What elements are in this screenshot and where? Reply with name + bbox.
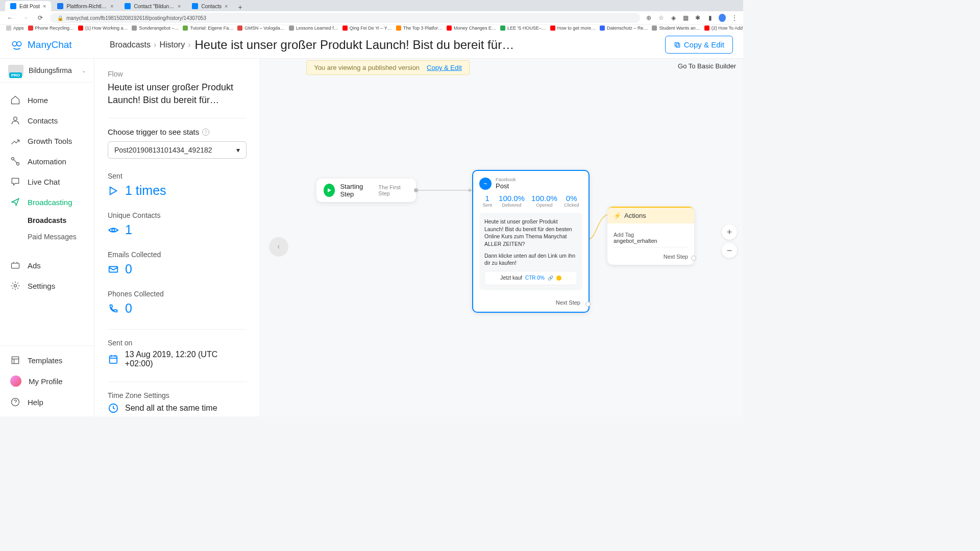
browser-tab[interactable]: Plattform-Richtlinien – Übersi… × xyxy=(52,1,118,11)
button-label: Jetzt kauf xyxy=(500,274,522,282)
button-label: Copy & Edit xyxy=(684,40,724,49)
bookmark-item[interactable]: Student Wants an… xyxy=(652,26,700,31)
bookmark-item[interactable]: Phone Recycling… xyxy=(28,26,75,31)
nav-help[interactable]: Help xyxy=(0,392,94,412)
star-icon[interactable]: ☆ xyxy=(657,14,665,21)
nav-growth-tools[interactable]: Growth Tools xyxy=(0,131,94,151)
translate-icon[interactable]: ⊕ xyxy=(645,14,652,21)
gear-icon xyxy=(10,281,20,291)
ext-icon[interactable]: ▮ xyxy=(706,14,714,21)
breadcrumb-item[interactable]: History xyxy=(159,40,185,49)
stat-opened: 100.0%Opened xyxy=(531,194,557,208)
nav-automation[interactable]: Automation xyxy=(0,151,94,171)
output-port[interactable] xyxy=(414,188,418,192)
bookmark-item[interactable]: Qing Fei De Yi – Y… xyxy=(342,26,392,31)
stat-label: Emails Collected xyxy=(108,251,247,259)
nav-label: Settings xyxy=(28,282,55,290)
nav-broadcasting[interactable]: Broadcasting xyxy=(0,192,94,212)
bookmark-item[interactable]: (2) How To Add A… xyxy=(704,26,743,31)
bookmark-item[interactable]: GMSN – Vologda… xyxy=(237,26,285,31)
node-title: Post xyxy=(496,182,516,190)
logo[interactable]: ManyChat xyxy=(10,38,92,52)
bookmark-item[interactable]: LEE 'S HOUSE–… xyxy=(500,26,546,31)
copy-edit-button[interactable]: Copy & Edit xyxy=(665,36,733,54)
ext-icon[interactable]: ◈ xyxy=(670,14,677,21)
published-banner: You are viewing a published version Copy… xyxy=(306,60,470,75)
bookmark-item[interactable]: Lessons Learned f… xyxy=(289,26,338,31)
stat-label: Phones Collected xyxy=(108,290,247,298)
forward-icon[interactable]: → xyxy=(20,14,31,21)
trigger-label: Choose trigger to see stats ? xyxy=(108,128,247,136)
post-node[interactable]: ~ Facebook Post 1Sent 100.0%Delivered 10… xyxy=(472,170,590,313)
back-icon[interactable]: ← xyxy=(5,14,15,21)
flow-canvas[interactable]: ‹ + − Starting Step The First Step ~ xyxy=(260,59,743,416)
starting-step-node[interactable]: Starting Step The First Step xyxy=(316,179,416,202)
stat-timezone: Time Zone Settings Send all at the same … xyxy=(108,391,247,414)
help-icon[interactable]: ? xyxy=(202,129,209,136)
actions-node[interactable]: ⚡ Actions Add Tag angebot_erhalten Next … xyxy=(607,207,694,265)
node-header: ~ Facebook Post xyxy=(479,177,582,190)
ext-icon[interactable]: ▦ xyxy=(682,14,689,21)
breadcrumb-item[interactable]: Broadcasts xyxy=(110,40,151,49)
manychat-logo-icon xyxy=(10,38,23,52)
message-button[interactable]: Jetzt kauf CTR 0% 🔗 xyxy=(484,271,577,285)
stat-clicked: 0%Clicked xyxy=(564,194,579,208)
profile-avatar-icon[interactable] xyxy=(719,14,726,22)
nav-label: Ads xyxy=(28,261,41,270)
menu-icon[interactable]: ⋮ xyxy=(731,14,738,21)
banner-copy-edit-link[interactable]: Copy & Edit xyxy=(427,64,462,71)
stat-sent-on: Sent on 13 Aug 2019, 12:20 (UTC +02:00) xyxy=(108,339,247,368)
bookmark-item[interactable]: Money Changes E… xyxy=(447,26,496,31)
stat-unique-contacts: Unique Contacts 1 xyxy=(108,211,247,237)
nav-home[interactable]: Home xyxy=(0,90,94,110)
zoom-out-button[interactable]: − xyxy=(722,243,737,258)
close-icon[interactable]: × xyxy=(225,3,228,9)
trigger-dropdown[interactable]: Post20190813101434_492182 ▾ xyxy=(108,141,247,159)
calendar-icon xyxy=(108,354,119,365)
sub-nav-broadcasts[interactable]: Broadcasts xyxy=(28,212,94,229)
browser-tab[interactable]: Contact "Bildungsfirma" throu… × xyxy=(119,1,186,11)
action-label: Add Tag xyxy=(614,232,688,238)
next-step-port[interactable]: Next Step xyxy=(479,299,582,306)
nav-label: Growth Tools xyxy=(28,137,72,145)
basic-builder-link[interactable]: Go To Basic Builder xyxy=(678,62,736,70)
close-icon[interactable]: × xyxy=(178,3,181,9)
svg-point-0 xyxy=(12,41,17,46)
account-selector[interactable]: PRO Bildungsfirma ⌄ xyxy=(0,59,94,83)
browser-tab-active[interactable]: Edit Post × xyxy=(5,1,51,11)
sub-nav-paid-messages[interactable]: Paid Messages xyxy=(28,229,94,245)
nav-contacts[interactable]: Contacts xyxy=(0,110,94,131)
svg-point-1 xyxy=(17,41,21,46)
bookmark-item[interactable]: Datenschutz – Re… xyxy=(600,26,648,31)
bookmark-item[interactable]: (1) How Working a… xyxy=(78,26,128,31)
bookmark-item[interactable]: Sonderangebot –… xyxy=(132,26,179,31)
new-tab-button[interactable]: + xyxy=(234,3,246,11)
bookmark-item[interactable]: The Top 3 Platfor… xyxy=(396,26,443,31)
nav-my-profile[interactable]: My Profile xyxy=(0,370,94,392)
canvas-prev-button[interactable]: ‹ xyxy=(270,237,288,256)
sub-toolbar: Go To Basic Builder xyxy=(671,59,743,73)
phone-icon xyxy=(108,303,119,314)
nav-settings[interactable]: Settings xyxy=(0,276,94,296)
account-name: Bildungsfirma xyxy=(29,66,77,74)
send-icon xyxy=(108,185,119,196)
bookmark-item[interactable]: Tutorial: Eigene Fa… xyxy=(183,26,233,31)
url-bar: ← → ⟳ 🔒manychat.com/fb198150208192618/po… xyxy=(0,11,743,24)
apps-button[interactable]: Apps xyxy=(6,26,24,31)
close-icon[interactable]: × xyxy=(110,3,113,9)
nav-live-chat[interactable]: Live Chat xyxy=(0,171,94,192)
stat-value: 0 xyxy=(125,301,132,316)
svg-point-8 xyxy=(14,285,17,287)
close-icon[interactable]: × xyxy=(43,3,46,9)
next-step-port[interactable]: Next Step xyxy=(614,254,688,260)
nav-templates[interactable]: Templates xyxy=(0,350,94,370)
ext-icon[interactable]: ✱ xyxy=(694,14,701,21)
svg-rect-3 xyxy=(676,43,679,47)
ctr-label: CTR 0% xyxy=(525,274,545,282)
address-bar[interactable]: 🔒manychat.com/fb198150208192618/posting/… xyxy=(50,13,640,23)
browser-tab[interactable]: Contacts × xyxy=(187,1,233,11)
reload-icon[interactable]: ⟳ xyxy=(36,14,45,21)
zoom-in-button[interactable]: + xyxy=(722,224,737,240)
nav-ads[interactable]: Ads xyxy=(0,255,94,276)
bookmark-item[interactable]: How to get more… xyxy=(550,26,596,31)
